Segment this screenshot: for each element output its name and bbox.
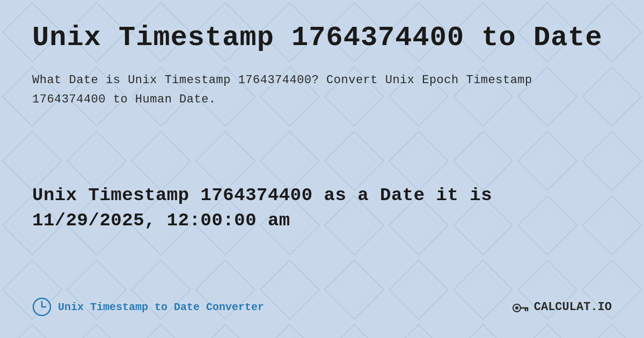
result-text: Unix Timestamp 1764374400 as a Date it i… <box>32 183 612 234</box>
footer: Unix Timestamp to Date Converter CALCULA… <box>32 286 612 317</box>
logo-text: CALCULAT.IO <box>534 300 612 314</box>
converter-label: Unix Timestamp to Date Converter <box>58 301 264 313</box>
converter-link[interactable]: Unix Timestamp to Date Converter <box>32 297 264 317</box>
calculat-logo[interactable]: CALCULAT.IO <box>510 297 612 317</box>
logo-icon <box>510 297 530 317</box>
page-description: What Date is Unix Timestamp 1764374400? … <box>32 71 612 108</box>
svg-point-8 <box>515 306 518 310</box>
page-title: Unix Timestamp 1764374400 to Date <box>32 21 612 55</box>
clock-icon <box>32 297 52 317</box>
